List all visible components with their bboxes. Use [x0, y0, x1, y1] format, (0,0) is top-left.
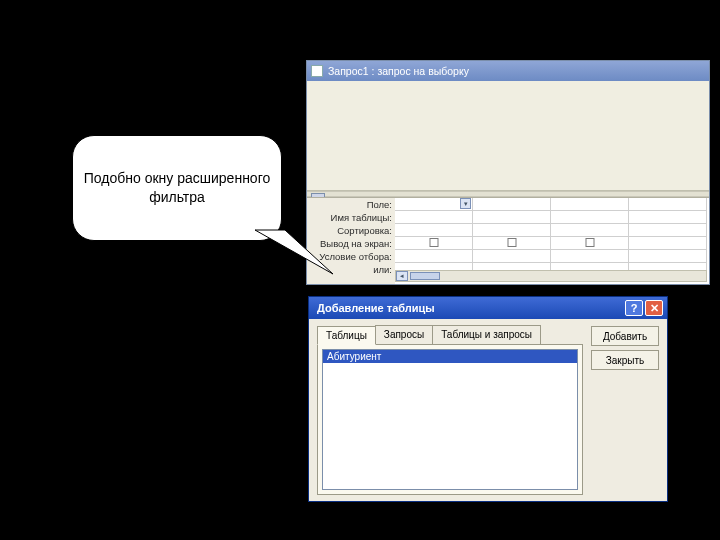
list-item[interactable]: Абитуриент [323, 350, 577, 363]
dialog-title: Добавление таблицы [317, 302, 435, 314]
add-button[interactable]: Добавить [591, 326, 659, 346]
grid-cell[interactable] [551, 224, 629, 237]
row-label: Поле: [307, 198, 395, 211]
query-window-titlebar[interactable]: Запрос1 : запрос на выборку [307, 61, 709, 81]
grid-cell[interactable] [629, 198, 707, 211]
tab-page: Абитуриент [317, 344, 583, 495]
query-table-pane[interactable] [307, 81, 709, 191]
query-design-window: Запрос1 : запрос на выборку Поле: Имя та… [306, 60, 710, 285]
grid-cell[interactable] [551, 198, 629, 211]
query-design-grid: Поле: Имя таблицы: Сортировка: Вывод на … [307, 197, 709, 284]
grid-cell[interactable] [395, 224, 473, 237]
tables-listbox[interactable]: Абитуриент [322, 349, 578, 490]
grid-cell[interactable] [629, 237, 707, 250]
grid-cell[interactable] [473, 198, 551, 211]
grid-cell[interactable] [551, 211, 629, 224]
grid-cell[interactable] [551, 250, 629, 263]
grid-cell[interactable] [395, 250, 473, 263]
grid-cell[interactable] [551, 237, 629, 250]
grid-cell[interactable]: ▾ [395, 198, 473, 211]
dropdown-icon[interactable]: ▾ [460, 198, 471, 209]
callout-tail [255, 230, 335, 278]
add-table-dialog: Добавление таблицы ? ✕ Таблицы Запросы Т… [308, 296, 668, 502]
dialog-titlebar[interactable]: Добавление таблицы ? ✕ [309, 297, 667, 319]
document-icon [311, 65, 323, 77]
grid-cell[interactable] [473, 224, 551, 237]
grid-cell[interactable] [629, 250, 707, 263]
grid-cell[interactable] [395, 237, 473, 250]
grid-cell[interactable] [473, 211, 551, 224]
scroll-left-icon[interactable]: ◂ [396, 271, 408, 281]
grid-cell[interactable] [629, 211, 707, 224]
grid-cell[interactable] [473, 250, 551, 263]
callout-text: Подобно окну расширенного фильтра [83, 169, 271, 207]
grid-cell[interactable] [473, 237, 551, 250]
close-button[interactable]: ✕ [645, 300, 663, 316]
grid-horizontal-scrollbar[interactable]: ◂ [395, 270, 707, 282]
checkbox[interactable] [507, 238, 516, 247]
callout-bubble: Подобно окну расширенного фильтра [72, 135, 282, 241]
help-button[interactable]: ? [625, 300, 643, 316]
close-dialog-button[interactable]: Закрыть [591, 350, 659, 370]
tab-both[interactable]: Таблицы и запросы [432, 325, 541, 344]
grid-cell[interactable] [395, 211, 473, 224]
svg-marker-0 [255, 230, 333, 274]
tab-queries[interactable]: Запросы [375, 325, 433, 344]
checkbox[interactable] [585, 238, 594, 247]
query-window-title: Запрос1 : запрос на выборку [328, 65, 469, 77]
checkbox[interactable] [429, 238, 438, 247]
row-label: Имя таблицы: [307, 211, 395, 224]
dialog-tabs: Таблицы Запросы Таблицы и запросы [317, 325, 583, 344]
scroll-thumb[interactable] [410, 272, 440, 280]
grid-cell[interactable] [629, 224, 707, 237]
tab-tables[interactable]: Таблицы [317, 326, 376, 345]
